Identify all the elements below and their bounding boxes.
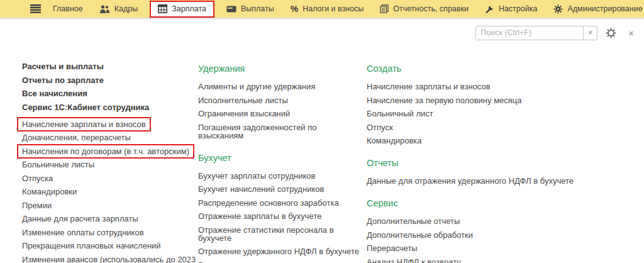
list-item: Больничный лист	[367, 109, 637, 118]
list-item: Начисление зарплаты и взносов	[22, 120, 206, 128]
list-item: Бухучет начислений сотрудников	[198, 185, 363, 193]
list-item: Дополнительные отчеты	[367, 217, 637, 225]
section-tabs-bar: Главное Кадры Зарплата Выплаты % Налоги …	[0, 0, 644, 18]
list-item: Командировки	[22, 187, 206, 196]
link-raspredelenie-zarabotka[interactable]: Распределение основного заработка	[198, 198, 339, 208]
list-item: Алименты и другие удержания	[198, 82, 363, 91]
tab-kadry[interactable]: Кадры	[91, 0, 146, 18]
list-item: Отражение зарплаты в бухучете	[198, 212, 363, 220]
list-item: Резервы по оплате труда	[198, 261, 363, 263]
list-item: Прекращения плановых начислений	[22, 242, 206, 250]
calculator-icon	[158, 4, 167, 13]
link-sozdat-komandirovka[interactable]: Командировка	[367, 136, 422, 145]
list-item: Изменения авансов (использовались до 202…	[22, 255, 206, 263]
card-icon	[226, 6, 236, 13]
link-otpuska[interactable]: Отпуска	[22, 174, 53, 183]
panel-toolbar: × ×	[0, 20, 644, 46]
list-item: Доначисления, перерасчеты	[22, 133, 206, 142]
section-bukhuchet: Бухучет Бухучет зарплаты сотрудников Бух…	[198, 154, 363, 263]
list-item: Премии	[22, 201, 206, 210]
link-sozdat-nachislenie-zarplaty[interactable]: Начисление зарплаты и взносов	[367, 82, 491, 91]
list-item: Больничные листы	[22, 160, 206, 169]
link-pereraschety[interactable]: Перерасчеты	[367, 243, 418, 253]
tab-zarplata[interactable]: Зарплата	[150, 1, 214, 18]
section-title: Удержания	[198, 64, 363, 74]
tab-label: Зарплата	[172, 4, 206, 13]
link-dopolnitelnye-obrabotki[interactable]: Дополнительные обработки	[367, 230, 473, 240]
link-otrazhenie-statistiki[interactable]: Отражение статистики персонала в бухучет…	[198, 225, 334, 243]
list-item: Изменение оплаты сотрудников	[22, 228, 206, 237]
link-dopolnitelnye-otchety[interactable]: Дополнительные отчеты	[367, 216, 460, 226]
list-item: Ограничения взысканий	[198, 109, 363, 118]
link-sozdat-bolnichnyy-list[interactable]: Больничный лист	[367, 109, 433, 118]
link-otrazhenie-ndfl[interactable]: Отражение удержанного НДФЛ в бухучете	[198, 247, 359, 256]
column-right: Создать Начисление зарплаты и взносов На…	[367, 62, 637, 263]
link-izmeneniya-avansov[interactable]: Изменения авансов (использовались до 202…	[22, 255, 196, 263]
hamburger-icon	[30, 4, 41, 13]
list-item: Погашения задолженностей по взысканиям	[198, 123, 363, 140]
close-panel-icon[interactable]: ×	[626, 28, 636, 38]
link-alimenty[interactable]: Алименты и другие удержания	[198, 82, 315, 91]
link-analiz-ndfl[interactable]: Анализ НДФЛ к возврату	[367, 257, 461, 263]
section-uderzhaniya: Удержания Алименты и другие удержания Ис…	[198, 64, 363, 140]
list-item: Сервис 1С:Кабинет сотрудника	[22, 103, 206, 111]
link-ispolnitelnye-listy[interactable]: Исполнительные листы	[198, 96, 288, 105]
list-item: Перерасчеты	[367, 244, 637, 252]
tab-administrirovanie[interactable]: Администрирование	[545, 0, 644, 18]
people-icon	[99, 5, 110, 13]
tab-nalogi-i-vznosy[interactable]: % Налоги и взносы	[282, 0, 372, 18]
link-sozdat-nachislenie-pervaya-polovina[interactable]: Начисление за первую половину месяца	[367, 96, 522, 105]
percent-icon: %	[291, 4, 298, 14]
link-bukhuchet-zarplaty[interactable]: Бухучет зарплаты сотрудников	[198, 171, 315, 181]
tab-label: Главное	[53, 4, 83, 13]
link-bolnichnye-listy[interactable]: Больничные листы	[22, 160, 94, 169]
tab-glavnoe[interactable]: Главное	[45, 0, 91, 18]
list-item: Распределение основного заработка	[198, 199, 363, 207]
list-item: Дополнительные обработки	[367, 231, 637, 239]
main-menu-button[interactable]	[26, 4, 45, 13]
section-title: Отчеты	[367, 159, 637, 168]
gear-icon	[553, 4, 563, 14]
link-rezervy-po-oplate[interactable]: Резервы по оплате труда	[198, 260, 294, 263]
link-nachisleniya-po-dogovoram[interactable]: Начисления по договорам (в т.ч. авторски…	[22, 147, 189, 156]
link-otrazhenie-zarplaty[interactable]: Отражение зарплаты в бухучете	[198, 211, 321, 221]
link-otchety-po-zarplate[interactable]: Отчеты по зарплате	[22, 76, 104, 85]
search-input[interactable]	[476, 26, 583, 40]
link-servis-1c-kabinet[interactable]: Сервис 1С:Кабинет сотрудника	[22, 103, 149, 112]
link-dannye-otrazheniya-ndfl[interactable]: Данные для отражения удержанного НДФЛ в …	[367, 176, 574, 186]
link-izmenenie-oplaty[interactable]: Изменение оплаты сотрудников	[22, 228, 144, 237]
list-item: Отражение удержанного НДФЛ в бухучете	[198, 247, 363, 255]
link-ogranicheniya-vzyskaniy[interactable]: Ограничения взысканий	[198, 109, 290, 118]
settings-gear-icon[interactable]	[606, 28, 616, 38]
link-raschety-i-vyplaty[interactable]: Расчеты и выплаты	[22, 62, 104, 71]
link-sozdat-otpusk[interactable]: Отпуск	[367, 123, 393, 132]
list-item: Анализ НДФЛ к возврату	[367, 258, 637, 263]
search-box: ×	[475, 26, 597, 40]
tab-vyplaty[interactable]: Выплаты	[218, 0, 282, 18]
link-donachisleniya-pereraschety[interactable]: Доначисления, перерасчеты	[22, 133, 131, 142]
list-item: Отчеты по зарплате	[22, 76, 206, 84]
tab-otchetnost-spravki[interactable]: Отчетность, справки	[372, 0, 477, 18]
list-item: Командировка	[367, 137, 637, 145]
link-nachislenie-zarplaty-i-vznosov[interactable]: Начисление зарплаты и взносов	[22, 120, 146, 129]
section-title: Создать	[367, 64, 637, 74]
report-icon	[380, 4, 389, 13]
wrench-icon	[485, 4, 494, 14]
link-komandirovki[interactable]: Командировки	[22, 187, 77, 196]
link-vse-nachisleniya[interactable]: Все начисления	[22, 89, 87, 98]
search-clear-button[interactable]: ×	[583, 26, 597, 40]
list-item: Данные для отражения удержанного НДФЛ в …	[367, 177, 637, 185]
tab-nastroyka[interactable]: Настройка	[477, 0, 546, 18]
link-premii[interactable]: Премии	[22, 201, 52, 210]
section-title: Сервис	[367, 199, 637, 208]
list-item: Данные для расчета зарплаты	[22, 215, 206, 223]
link-bukhuchet-nachisleniy[interactable]: Бухучет начислений сотрудников	[198, 184, 324, 194]
list-item: Отпуска	[22, 174, 206, 182]
section-otchety: Отчеты Данные для отражения удержанного …	[367, 159, 637, 185]
link-pogasheniya-zadolzhennostey[interactable]: Погашения задолженностей по взысканиям	[198, 123, 317, 140]
link-dannye-dlya-rascheta[interactable]: Данные для расчета зарплаты	[22, 214, 138, 223]
tab-label: Налоги и взносы	[303, 4, 364, 13]
highlight-box: Начисления по договорам (в т.ч. авторски…	[17, 144, 194, 159]
column-left: Расчеты и выплаты Отчеты по зарплате Все…	[22, 62, 206, 263]
link-prekrashcheniya-nachisleniy[interactable]: Прекращения плановых начислений	[22, 241, 161, 250]
